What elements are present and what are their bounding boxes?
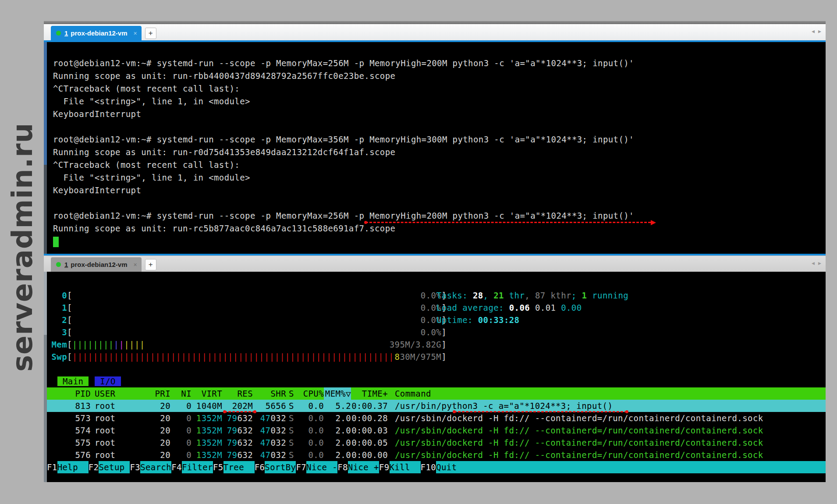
fkey-quit[interactable]: F10Quit bbox=[421, 461, 826, 473]
tab-title: prox-debian12-vm bbox=[71, 261, 127, 268]
htop-view: 0[0.0%]1[0.0%]2[0.0%]3[0.0%]Mem[||||||||… bbox=[47, 272, 826, 482]
tab-prox-debian12-vm[interactable]: 1 prox-debian12-vm × bbox=[51, 26, 142, 40]
process-row[interactable]: 813root2001040M202M5656S0.05.20:00.37/us… bbox=[47, 400, 826, 412]
column-header-s[interactable]: S bbox=[286, 387, 296, 400]
process-row[interactable]: 576root2001352M7963247032S0.02.00:00.00/… bbox=[47, 449, 826, 461]
new-tab-button[interactable]: + bbox=[145, 259, 156, 270]
fkey-nice--[interactable]: F8Nice + bbox=[337, 461, 379, 473]
process-row[interactable]: 574root2001352M7963247032S0.02.00:00.03/… bbox=[47, 424, 826, 437]
tab-bar-top: 1 prox-debian12-vm × + ◂ ▸ bbox=[44, 24, 826, 40]
terminal-window-top: 1 prox-debian12-vm × + ◂ ▸ root@debian12… bbox=[44, 21, 826, 256]
column-header-pid[interactable]: PID bbox=[47, 387, 91, 400]
tab-scroll-left-icon[interactable]: ◂ bbox=[812, 259, 815, 266]
htop-tab-io[interactable]: I/O bbox=[95, 376, 121, 386]
fkey-kill[interactable]: F9Kill bbox=[379, 461, 421, 473]
fkey-help[interactable]: F1Help bbox=[47, 461, 89, 473]
fkey-sortby[interactable]: F6SortBy bbox=[255, 461, 296, 473]
meter-swp: Swp[||||||||||||||||||||||||||||||||||||… bbox=[51, 351, 447, 363]
column-header-res[interactable]: RES bbox=[222, 387, 253, 400]
terminal-line: ^CTraceback (most recent call last): bbox=[53, 159, 821, 171]
fkey-filter[interactable]: F4Filter bbox=[171, 461, 213, 473]
scrollbar-thumb[interactable] bbox=[44, 42, 47, 165]
close-tab-icon[interactable]: × bbox=[134, 30, 137, 37]
scrollbar[interactable] bbox=[44, 272, 47, 482]
terminal-line: root@debian12-vm:~# systemd-run --scope … bbox=[53, 133, 821, 146]
terminal-line: root@debian12-vm:~# systemd-run --scope … bbox=[53, 57, 821, 70]
terminal-window-bottom: 1 prox-debian12-vm × + ◂ ▸ 0[0.0%]1[0.0%… bbox=[44, 256, 826, 482]
fkey-tree[interactable]: F5Tree bbox=[213, 461, 255, 473]
scrollbar[interactable] bbox=[44, 42, 47, 254]
meter-3: 3[0.0%] bbox=[51, 326, 447, 338]
column-header-shr[interactable]: SHR bbox=[253, 387, 286, 400]
htop-meters: 0[0.0%]1[0.0%]2[0.0%]3[0.0%]Mem[||||||||… bbox=[47, 272, 826, 363]
tab-number: 1 bbox=[64, 261, 68, 268]
terminal-line: Running scope as unit: run-r0d75d41353e8… bbox=[53, 146, 821, 159]
process-table: 813root2001040M202M5656S0.05.20:00.37/us… bbox=[47, 400, 826, 461]
column-header-cpu[interactable]: CPU% bbox=[296, 387, 324, 400]
cursor-block bbox=[53, 237, 59, 247]
watermark-text: serveradmin.ru bbox=[6, 123, 39, 372]
process-table-header: PIDUSERPRINIVIRTRESSHRSCPU%MEM%▽TIME+Com… bbox=[47, 387, 826, 400]
htop-view-tabs: MainI/O bbox=[57, 375, 826, 387]
annotation-underline-arrow bbox=[365, 222, 651, 223]
tab-prox-debian12-vm-2[interactable]: 1 prox-debian12-vm × bbox=[51, 257, 142, 272]
close-tab-icon[interactable]: × bbox=[134, 261, 137, 268]
terminal-line: File "<string>", line 1, in <module> bbox=[53, 95, 821, 108]
session-status-dot bbox=[56, 31, 61, 35]
htop-uptime: Uptime: 00:33:28 bbox=[436, 314, 628, 326]
column-header-ni[interactable]: NI bbox=[170, 387, 192, 400]
tab-scroll-right-icon[interactable]: ▸ bbox=[818, 28, 821, 35]
htop-tab-main[interactable]: Main bbox=[57, 376, 89, 386]
terminal-output: root@debian12-vm:~# systemd-run --scope … bbox=[47, 42, 826, 248]
column-header-command[interactable]: Command bbox=[388, 387, 826, 400]
tab-scroll-right-icon[interactable]: ▸ bbox=[818, 259, 821, 266]
htop-tasks: Tasks: 28, 21 thr, 87 kthr; 1 running bbox=[436, 289, 628, 302]
fkey-search[interactable]: F3Search bbox=[130, 461, 171, 473]
meter-2: 2[0.0%] bbox=[51, 314, 447, 326]
fkey-setup[interactable]: F2Setup bbox=[89, 461, 130, 473]
terminal-line: Running scope as unit: run-rbb4400437d89… bbox=[53, 70, 821, 82]
tab-title: prox-debian12-vm bbox=[71, 29, 127, 37]
tab-number: 1 bbox=[64, 29, 68, 37]
meter-mem: Mem[||||||||||||||395M/3.82G] bbox=[51, 338, 447, 351]
terminal-line bbox=[53, 197, 821, 209]
terminal-line: ^CTraceback (most recent call last): bbox=[53, 82, 821, 95]
annotation-underline-command bbox=[454, 411, 627, 412]
terminal-line: KeyboardInterrupt bbox=[53, 108, 821, 121]
terminal-line bbox=[53, 121, 821, 133]
terminal-line: File "<string>", line 1, in <module> bbox=[53, 171, 821, 184]
htop-summary: Tasks: 28, 21 thr, 87 kthr; 1 runningLoa… bbox=[436, 289, 628, 326]
annotation-underline-res bbox=[224, 411, 255, 412]
terminal-screen-top[interactable]: root@debian12-vm:~# systemd-run --scope … bbox=[44, 42, 826, 254]
process-row[interactable]: 575root2001352M7963247032S0.02.00:00.05/… bbox=[47, 437, 826, 449]
tab-bar-bottom: 1 prox-debian12-vm × + ◂ ▸ bbox=[44, 256, 826, 272]
terminal-line: KeyboardInterrupt bbox=[53, 184, 821, 197]
fkey-nice--[interactable]: F7Nice - bbox=[296, 461, 337, 473]
column-header-pri[interactable]: PRI bbox=[148, 387, 170, 400]
htop-load-average: Load average: 0.06 0.01 0.00 bbox=[436, 302, 628, 314]
column-header-virt[interactable]: VIRT bbox=[192, 387, 222, 400]
terminal-line: root@debian12-vm:~# systemd-run --scope … bbox=[53, 209, 821, 222]
meter-0: 0[0.0%] bbox=[51, 289, 447, 302]
new-tab-button[interactable]: + bbox=[145, 28, 156, 39]
session-status-dot bbox=[56, 262, 61, 267]
column-header-time[interactable]: TIME+ bbox=[351, 387, 388, 400]
tab-scroll-left-icon[interactable]: ◂ bbox=[812, 28, 815, 35]
scrollbar-thumb[interactable] bbox=[44, 272, 47, 335]
terminal-screen-htop[interactable]: 0[0.0%]1[0.0%]2[0.0%]3[0.0%]Mem[||||||||… bbox=[44, 272, 826, 482]
process-row[interactable]: 573root2001352M7963247032S0.02.00:00.28/… bbox=[47, 412, 826, 424]
terminal-line: Running scope as unit: run-rc5b877aac0c8… bbox=[53, 222, 821, 235]
window-top-edge bbox=[44, 21, 826, 24]
column-header-user[interactable]: USER bbox=[91, 387, 148, 400]
function-key-bar: F1Help F2Setup F3SearchF4FilterF5Tree F6… bbox=[47, 461, 826, 473]
column-header-mem[interactable]: MEM%▽ bbox=[324, 387, 351, 400]
meter-1: 1[0.0%] bbox=[51, 302, 447, 314]
